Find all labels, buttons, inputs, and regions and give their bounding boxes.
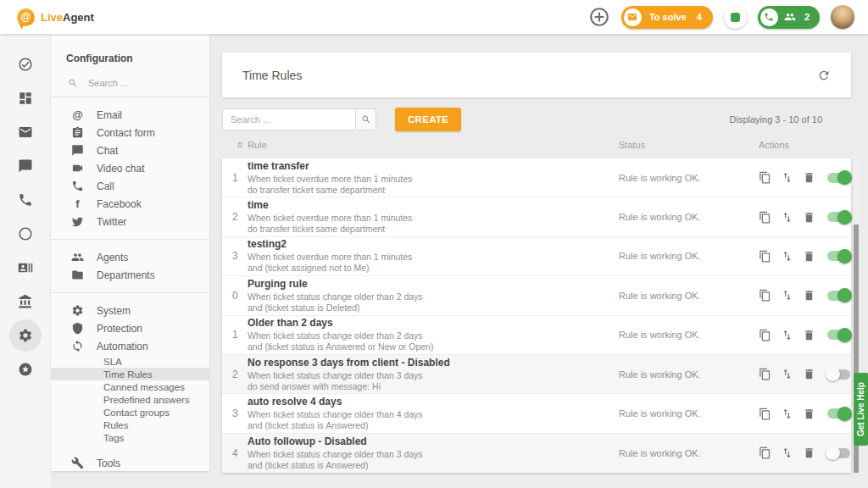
- sidebar-item-label: Departments: [97, 269, 155, 281]
- copy-rule-button[interactable]: [759, 171, 771, 184]
- copy-rule-button[interactable]: [759, 211, 771, 224]
- delete-rule-button[interactable]: [803, 329, 815, 341]
- rule-row-older-than-2-days[interactable]: 1Older than 2 daysWhen ticket status cha…: [222, 316, 851, 355]
- delete-rule-button[interactable]: [803, 368, 815, 380]
- sidebar-item-automation[interactable]: Automation: [51, 337, 209, 355]
- sidebar-item-twitter[interactable]: Twitter: [51, 213, 209, 230]
- sidebar-item-facebook[interactable]: fFacebook: [51, 195, 209, 213]
- reorder-rule-button[interactable]: [781, 250, 793, 263]
- rules-search-input[interactable]: [222, 108, 356, 130]
- delete-rule-button[interactable]: [803, 446, 815, 459]
- toggle-knob: [837, 407, 852, 421]
- rail-item-dashboard[interactable]: [8, 81, 42, 115]
- user-avatar[interactable]: [831, 5, 854, 29]
- sidebar-item-departments[interactable]: Departments: [51, 266, 209, 284]
- toggle-knob: [837, 288, 852, 302]
- rule-row-auto-resolve-4-days[interactable]: 3auto resolve 4 daysWhen ticket status c…: [222, 394, 851, 433]
- rules-search: [222, 108, 376, 130]
- reorder-rule-button[interactable]: [781, 408, 793, 420]
- rule-toggle[interactable]: [827, 251, 850, 261]
- reorder-rule-button[interactable]: [781, 289, 793, 302]
- icon-rail: [0, 34, 51, 488]
- to-solve-button[interactable]: To solve 4: [621, 6, 713, 29]
- rail-item-contacts[interactable]: [8, 251, 42, 285]
- sidebar-item-video-chat[interactable]: Video chat: [51, 159, 209, 177]
- rule-toggle[interactable]: [827, 212, 850, 222]
- copy-rule-button[interactable]: [759, 408, 771, 420]
- rule-row-no-response-3-days-from-client-disabled[interactable]: 2No response 3 days from client - Disabl…: [222, 355, 851, 394]
- create-button[interactable]: CREATE: [395, 108, 461, 131]
- reorder-rule-button[interactable]: [781, 171, 793, 184]
- sidebar-item-label: System: [97, 305, 131, 317]
- sidebar-item-rules[interactable]: Rules: [51, 419, 209, 431]
- rail-item-tickets[interactable]: [8, 115, 42, 149]
- copy-rule-button[interactable]: [759, 329, 771, 341]
- calls-button[interactable]: 2: [758, 6, 820, 29]
- add-button[interactable]: [588, 6, 610, 28]
- rule-action: and (ticket status is Answered): [248, 460, 619, 471]
- copy-rule-button[interactable]: [759, 446, 771, 459]
- rule-toggle[interactable]: [827, 291, 850, 301]
- delete-rule-button[interactable]: [803, 250, 815, 263]
- sidebar-item-protection[interactable]: Protection: [51, 319, 209, 337]
- rail-item-tasks[interactable]: [8, 47, 42, 81]
- delete-rule-button[interactable]: [803, 171, 815, 184]
- sidebar-item-contact-groups[interactable]: Contact groups: [51, 406, 209, 419]
- rail-item-loop[interactable]: [8, 217, 42, 251]
- reorder-rule-button[interactable]: [781, 446, 793, 459]
- toggle-knob: [837, 328, 852, 342]
- reorder-rule-button[interactable]: [781, 329, 793, 341]
- rail-item-billing[interactable]: [8, 285, 42, 319]
- rule-order: 1: [222, 172, 248, 184]
- sidebar-item-chat[interactable]: Chat: [51, 141, 209, 159]
- sidebar-item-agents[interactable]: Agents: [51, 248, 209, 266]
- chat-status-button[interactable]: [724, 6, 747, 29]
- sidebar-item-predefined-answers[interactable]: Predefined answers: [51, 393, 209, 406]
- rule-toggle[interactable]: [827, 369, 850, 380]
- copy-rule-button[interactable]: [759, 289, 771, 302]
- sidebar-item-email[interactable]: @Email: [51, 106, 209, 124]
- sidebar-item-system[interactable]: System: [51, 302, 209, 319]
- rule-row-time-transfer[interactable]: 1time transferWhen ticket overdue more t…: [222, 158, 851, 197]
- rail-item-calls[interactable]: [8, 183, 42, 217]
- rule-row-auto-followup-disabled[interactable]: 4Auto followup - DisabledWhen ticket sta…: [222, 434, 851, 473]
- sidebar-items: @EmailContact formChatVideo chatCallfFac…: [51, 97, 209, 472]
- rule-order: 1: [222, 329, 248, 341]
- rule-row-purging-rule[interactable]: 0Purging ruleWhen ticket status change o…: [222, 276, 851, 315]
- delete-rule-button[interactable]: [803, 289, 815, 302]
- search-icon: [68, 78, 78, 88]
- rule-status: Rule is working OK.: [619, 173, 759, 183]
- sidebar-item-time-rules[interactable]: Time Rules: [51, 368, 209, 380]
- delete-rule-button[interactable]: [803, 408, 815, 420]
- rule-title: testing2: [248, 238, 619, 250]
- phone-icon: [764, 12, 774, 22]
- sidebar-item-sla[interactable]: SLA: [51, 355, 209, 368]
- rail-item-chats[interactable]: [8, 149, 42, 183]
- sidebar-item-contact-form[interactable]: Contact form: [51, 124, 209, 141]
- copy-rule-button[interactable]: [759, 368, 771, 380]
- delete-rule-button[interactable]: [803, 211, 815, 224]
- phone-bubble: [760, 8, 778, 26]
- sidebar-item-label: Chat: [97, 145, 118, 157]
- sidebar-item-tools[interactable]: Tools: [51, 454, 209, 472]
- sidebar-item-call[interactable]: Call: [51, 177, 209, 195]
- refresh-button[interactable]: [817, 69, 831, 82]
- rule-row-time[interactable]: 2timeWhen ticket overdue more than 1 min…: [222, 197, 851, 236]
- copy-rule-button[interactable]: [759, 250, 771, 263]
- rule-row-testing2[interactable]: 3testing2When ticket overdue more than 1…: [222, 237, 851, 276]
- rule-actions: [759, 171, 851, 184]
- rule-actions: [759, 368, 851, 380]
- reorder-rule-button[interactable]: [781, 211, 793, 224]
- rail-item-badge[interactable]: [8, 352, 42, 386]
- rule-toggle[interactable]: [827, 448, 850, 458]
- rail-item-settings[interactable]: [9, 319, 42, 352]
- rule-toggle[interactable]: [827, 330, 850, 340]
- sidebar-item-canned-messages[interactable]: Canned messages: [51, 380, 209, 393]
- sidebar-search-input[interactable]: [88, 78, 181, 88]
- rule-toggle[interactable]: [827, 408, 850, 419]
- sidebar-item-tags[interactable]: Tags: [51, 431, 209, 444]
- search-button[interactable]: [356, 108, 376, 130]
- reorder-rule-button[interactable]: [781, 368, 793, 380]
- get-live-help-button[interactable]: Get Live Help: [854, 373, 868, 446]
- rule-toggle[interactable]: [827, 173, 850, 183]
